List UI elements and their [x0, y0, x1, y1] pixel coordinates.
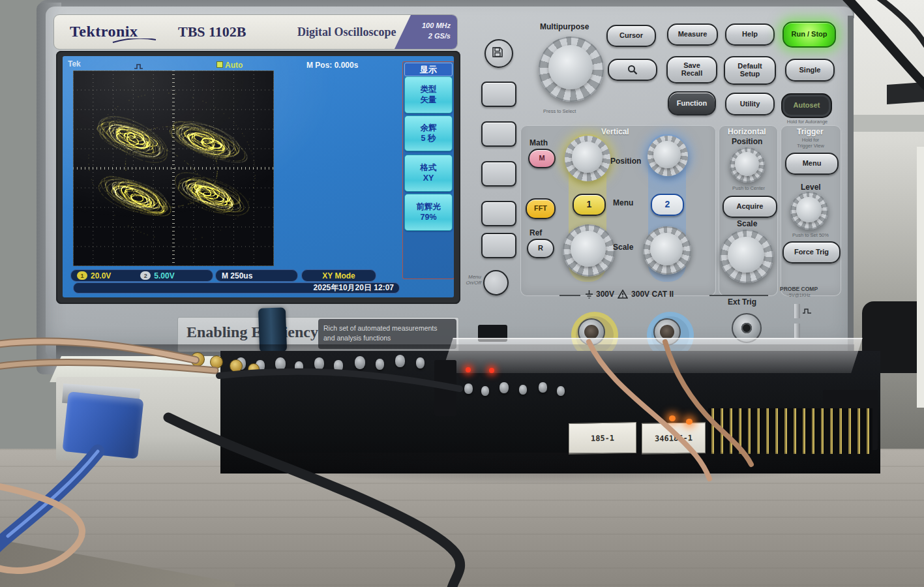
vertical-title: Vertical: [601, 127, 629, 136]
sma-connector-2: [210, 355, 223, 369]
menu-onoff-label: Menu On/Off: [456, 274, 481, 286]
ch1-probe-plug: [584, 325, 599, 339]
ch1-menu-button[interactable]: 1: [573, 194, 606, 216]
red-led-2: [489, 368, 494, 373]
timebase-readout: M 250us: [215, 269, 298, 282]
force-trig-button[interactable]: Force Trig: [782, 241, 841, 263]
menu-onoff-button[interactable]: [483, 270, 509, 295]
horizontal-scale-knob[interactable]: [720, 230, 773, 283]
ch2-position-knob[interactable]: [648, 136, 688, 176]
timebase-value: M 250us: [222, 271, 252, 280]
horizontal-position-knob[interactable]: [730, 147, 765, 183]
zoom-button[interactable]: [608, 59, 657, 81]
ch2-menu-button[interactable]: 2: [651, 194, 684, 216]
board-connector-right: 346185-1: [642, 422, 706, 455]
magnifier-icon: [627, 65, 638, 75]
horizontal-position-label: Position: [732, 137, 762, 146]
channel-readouts: 1 20.0V 2 5.00V: [70, 269, 213, 282]
capacitor: [275, 357, 286, 370]
capacitor: [355, 356, 365, 369]
capacitor: [481, 386, 489, 396]
capacitor: [557, 386, 565, 396]
wall-trim: [917, 147, 924, 408]
ch2-scale-knob[interactable]: [643, 226, 691, 275]
vertical-scale-label: Scale: [613, 243, 633, 252]
lcd-screen: Tek Auto M Pos: 0.000s 显示 类型 矢量 余辉 5 秒 格…: [63, 56, 454, 297]
save-button[interactable]: [484, 39, 513, 68]
autoset-button[interactable]: Autoset: [781, 93, 832, 118]
connector-label-right: 346185-1: [655, 433, 693, 443]
photo-of-oscilloscope-bench: Tektronix TBS 1102B Digital Oscilloscope…: [0, 0, 924, 587]
board-connector-left: 185-1: [569, 422, 636, 455]
menu-item-format: 格式 XY: [404, 155, 453, 192]
ch2-scale-readout: 5.00V: [154, 271, 174, 280]
trigger-position-icon: [134, 63, 143, 70]
usb-plug: [63, 391, 144, 459]
square-wave-icon: [803, 308, 812, 314]
capacitor: [295, 361, 303, 372]
rating-rule-right: [709, 295, 768, 296]
logo-swash: [112, 38, 157, 44]
math-button[interactable]: M: [528, 149, 556, 168]
sma-connector-3: [230, 359, 243, 372]
brand-plate: Tektronix TBS 1102B Digital Oscilloscope…: [53, 14, 458, 50]
help-button[interactable]: Help: [725, 23, 775, 46]
capacitor: [395, 355, 405, 367]
softkey-5[interactable]: [481, 233, 516, 258]
red-led-1: [466, 367, 471, 372]
ext-trig-label: Ext Trig: [728, 297, 756, 307]
utility-button[interactable]: Utility: [725, 93, 775, 115]
run-stop-button[interactable]: Run / Stop: [782, 22, 836, 48]
default-setup-button[interactable]: Default Setup: [724, 56, 776, 85]
save-recall-button[interactable]: Save Recall: [666, 56, 717, 83]
vertical-menu-label: Menu: [613, 198, 633, 207]
math-label: Math: [529, 138, 548, 147]
probe-comp-label: PROBE COMP: [780, 286, 818, 292]
sample-rate: 2 GS/s: [395, 31, 451, 42]
ch1-position-knob[interactable]: [565, 136, 610, 181]
floppy-icon: [492, 46, 503, 58]
menu-item-type: 类型 矢量: [404, 76, 453, 113]
ground-icon: [586, 290, 593, 299]
tek-screen-logo: Tek: [68, 59, 81, 68]
ch1-scale-knob[interactable]: [563, 224, 615, 277]
trigger-level-knob[interactable]: [790, 192, 828, 230]
datetime-readout: 2025年10月20日 12:07: [73, 282, 400, 294]
rating-rule-left: [559, 295, 580, 296]
softkey-4[interactable]: [481, 201, 516, 226]
measure-button[interactable]: Measure: [667, 23, 718, 46]
voltage-rating: 300V 300V CAT II: [586, 290, 674, 299]
fft-button[interactable]: FFT: [526, 198, 556, 219]
trigger-menu-button[interactable]: Menu: [785, 153, 839, 175]
softkey-2[interactable]: [481, 121, 516, 147]
probe-comp-terminal-1: [794, 304, 800, 318]
probe-comp-terminal-2: [794, 324, 800, 338]
capacitor: [416, 357, 425, 369]
connector-label-left: 185-1: [591, 434, 614, 444]
orange-led-1: [669, 415, 676, 421]
multipurpose-knob[interactable]: [539, 37, 604, 102]
trigger-level-label: Level: [801, 183, 821, 192]
acquire-button[interactable]: Acquire: [723, 196, 777, 218]
tektronix-logo: Tektronix: [70, 23, 138, 40]
softkey-3[interactable]: [481, 161, 516, 187]
capacitor: [539, 382, 547, 393]
rating-left: 300V: [596, 290, 614, 299]
menu-item-backlight: 前辉光 79%: [404, 194, 453, 231]
single-button[interactable]: Single: [785, 59, 835, 82]
ref-button[interactable]: R: [527, 239, 554, 258]
softkey-1[interactable]: [481, 82, 516, 107]
xy-graticule-display: [73, 70, 274, 266]
capacitor: [334, 360, 343, 372]
capacitor: [376, 359, 384, 370]
scope-right-edge: [848, 16, 854, 355]
warning-icon: [618, 290, 628, 299]
press-to-select-hint: Press to Select: [543, 108, 576, 114]
trigger-view-hint: Hold for Trigger View: [782, 137, 839, 149]
menu-item-persist: 余辉 5 秒: [404, 115, 453, 151]
horizontal-title: Horizontal: [728, 127, 766, 136]
multipurpose-label: Multipurpose: [540, 22, 589, 31]
capacitor: [464, 384, 473, 394]
cursor-button[interactable]: Cursor: [606, 25, 656, 47]
function-button[interactable]: Function: [668, 91, 716, 115]
